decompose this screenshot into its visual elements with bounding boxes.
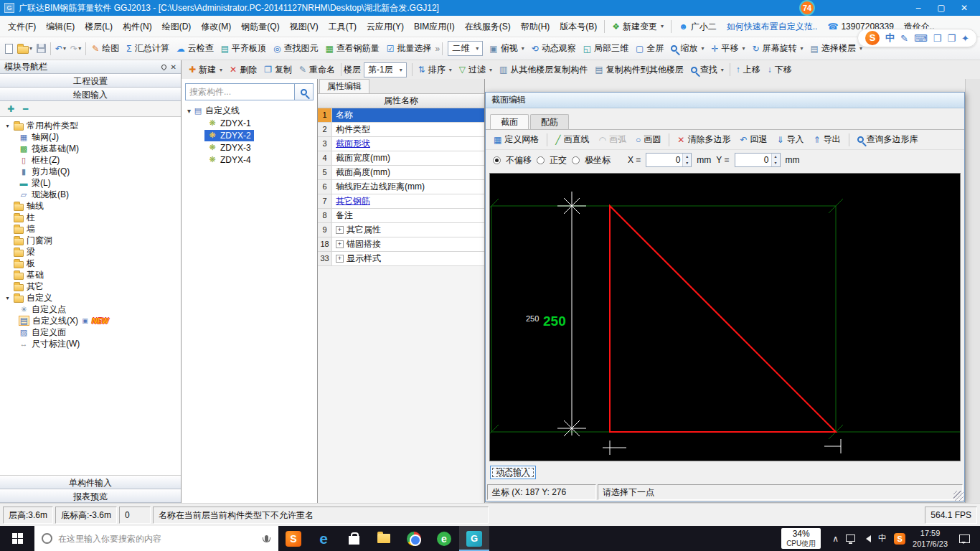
keyboard-icon[interactable]: ⌨ [914,33,928,44]
taskbar-clock[interactable]: 17:59 2017/6/23 [913,528,948,549]
skin-icon[interactable]: ✦ [961,33,969,44]
tree-group-custom[interactable]: ▾ 自定义 [0,292,181,303]
top-view-button[interactable]: ▣俯视▾ [486,39,527,57]
select-floor-button[interactable]: ▤选择楼层▾ [807,39,866,57]
copy-component-button[interactable]: ❐复制 [260,61,296,79]
find-element-button[interactable]: ◎查找图元 [270,39,321,57]
component-item[interactable]: ❋ZDYX-3 [182,141,317,154]
align-slab-top-button[interactable]: ▤平齐板顶 [217,39,270,57]
view-mode-combobox[interactable]: 二维▾ [448,41,483,56]
summarize-button[interactable]: Σ汇总计算 [123,39,172,57]
zoom-button[interactable]: 缩放▾ [667,39,707,57]
component-item[interactable]: ❋ZDYX-1 [182,117,317,129]
tree-folder-other[interactable]: 其它 [0,281,181,292]
tree-item-shear-wall[interactable]: ▮剪力墙(Q) [0,166,181,177]
property-row-remark[interactable]: 8 备注 [318,209,484,223]
undo-step-button[interactable]: ↶回退 [736,131,771,148]
new-file-button[interactable] [3,40,15,57]
menu-file[interactable]: 文件(F) [3,17,41,36]
canvas-scrollbar-strip[interactable] [965,79,980,503]
property-row-section-height[interactable]: 5 截面高度(mm) [318,166,484,180]
expand-plus-icon[interactable]: + [336,226,344,234]
screen-rotate-button[interactable]: ↻屏幕旋转▾ [749,39,807,57]
overlay-badge[interactable]: 74 [799,0,815,16]
export-button[interactable]: ⇑导出 [810,131,844,148]
menu-version[interactable]: 版本号(B) [555,17,602,36]
assistant-button[interactable]: ☻ 广小二 [674,17,722,36]
property-row-other-rebar[interactable]: 7 其它钢筋 [318,194,484,209]
property-row-type[interactable]: 2 构件类型 [318,123,484,137]
taskbar-store[interactable] [339,526,369,551]
tree-folder-slabs[interactable]: 板 [0,258,181,269]
sogou-logo-icon[interactable]: S [865,31,880,45]
start-button[interactable] [0,526,34,551]
taskbar-green-browser[interactable]: e [429,526,459,551]
property-row-anchor-lap[interactable]: 18 +锚固搭接 [318,237,484,252]
draw-arc-button[interactable]: ◠画弧 [595,131,630,148]
speaker-icon[interactable] [862,535,871,542]
tree-item-axis-grid[interactable]: ▦轴网(J) [0,131,181,143]
action-center-icon[interactable] [959,534,970,543]
pin-icon[interactable] [160,63,167,70]
component-item[interactable]: ❋ZDYX-4 [182,154,317,166]
tree-item-frame-column[interactable]: ▯框柱(Z) [0,154,181,166]
draw-mode-button[interactable]: ✎绘图 [88,39,123,57]
fullscreen-button[interactable]: ▢全屏 [632,39,667,57]
sort-button[interactable]: ⇅排序▾ [415,61,456,79]
menu-tools[interactable]: 工具(T) [324,17,362,36]
copy-from-floor-button[interactable]: ▥从其他楼层复制构件 [496,61,591,79]
move-down-button[interactable]: ↓下移 [764,61,796,79]
menu-cloud[interactable]: 云应用(Y) [362,17,409,36]
y-coordinate-stepper[interactable]: 0 ▴▾ [735,153,781,167]
section-drawing-canvas[interactable]: 250 250 [489,173,961,461]
toolbox-icon[interactable]: ❒ [933,33,942,44]
spin-down-icon[interactable]: ▾ [683,160,691,166]
expand-plus-icon[interactable]: + [336,240,344,248]
undo-button[interactable]: ↶▾ [53,40,68,57]
batch-select-button[interactable]: ☑批量选择 [383,39,435,57]
tree-group-common[interactable]: ▾ 常用构件类型 [0,120,181,131]
tree-item-custom-line[interactable]: ▤ 自定义线(X) ▣ NEW [0,315,181,326]
tree-item-raft-foundation[interactable]: ▩筏板基础(M) [0,143,181,154]
minimize-button[interactable]: – [907,0,930,16]
section-triangle-shape[interactable] [610,206,836,432]
expand-all-icon[interactable]: ✚ [7,105,14,113]
filter-button[interactable]: ▽过滤▾ [456,61,496,79]
property-row-name[interactable]: 1 名称 [318,108,484,123]
menu-edit[interactable]: 编辑(E) [41,17,80,36]
tree-folder-columns[interactable]: 柱 [0,212,181,223]
close-icon[interactable]: ✕ [171,63,176,71]
clear-polygon-button[interactable]: ✕清除多边形 [674,131,734,148]
radio-ortho[interactable] [537,156,545,164]
draw-circle-button[interactable]: ○画圆 [632,131,664,148]
view-rebar-button[interactable]: ▦查看钢筋量 [321,39,382,57]
ime-indicator[interactable]: 中 [878,532,887,545]
taskbar-search[interactable] [34,526,278,551]
cloud-check-button[interactable]: ☁云检查 [173,39,217,57]
resize-grip[interactable] [953,491,963,501]
property-label-link[interactable]: 其它钢筋 [336,195,370,207]
radio-polar[interactable] [572,156,580,164]
spin-down-icon[interactable]: ▾ [772,160,780,166]
report-preview-button[interactable]: 报表预览 [0,489,181,503]
tree-item-beam[interactable]: ▬梁(L) [0,177,181,189]
sogou-tray-icon[interactable]: S [894,533,905,545]
floor-combobox[interactable]: 第-1层▾ [364,62,407,77]
property-row-display-style[interactable]: 33 +显示样式 [318,252,484,266]
redo-button[interactable]: ↷▾ [68,40,83,57]
open-file-button[interactable]: ▾ [15,40,34,57]
menu-component[interactable]: 构件(N) [118,17,157,36]
menu-online[interactable]: 在线服务(S) [460,17,516,36]
help-tip-link[interactable]: 如何快速布置自定义范.. [722,17,823,36]
single-component-input-button[interactable]: 单构件输入 [0,476,181,489]
close-button[interactable]: ✕ [953,0,976,16]
spin-up-icon[interactable]: ▴ [772,154,780,160]
local-3d-button[interactable]: ◱局部三维 [580,39,632,57]
x-coordinate-value[interactable]: 0 [646,154,682,166]
menu-help[interactable]: 帮助(H) [516,17,555,36]
taskbar-ggj-app[interactable]: G [459,526,489,551]
taskbar-sogou[interactable]: S [278,526,308,551]
y-coordinate-value[interactable]: 0 [735,154,771,166]
network-icon[interactable] [846,534,855,542]
section-editor-titlebar[interactable]: 截面编辑 [486,93,964,108]
